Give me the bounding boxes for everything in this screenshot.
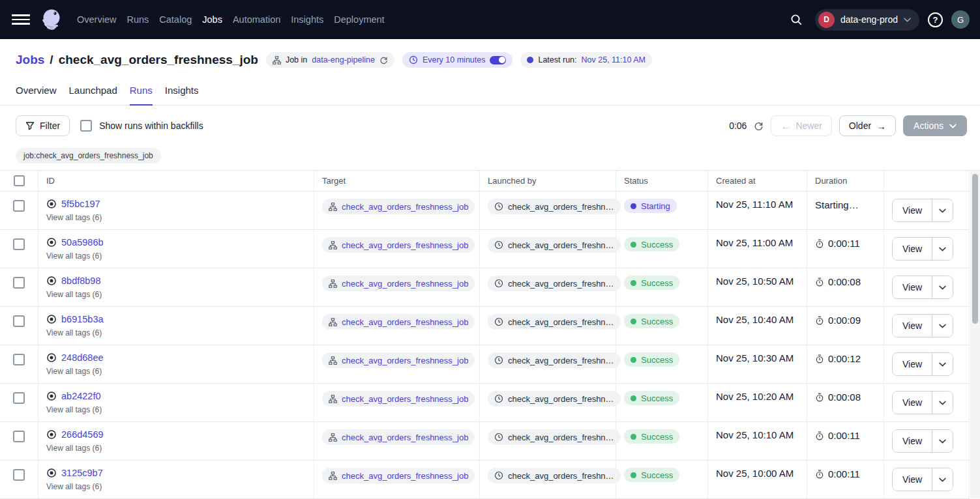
- actions-button[interactable]: Actions: [903, 115, 967, 136]
- view-all-tags-link[interactable]: View all tags (6): [46, 290, 102, 299]
- view-run-button[interactable]: View: [893, 392, 932, 414]
- view-run-button[interactable]: View: [893, 199, 932, 221]
- user-avatar[interactable]: G: [951, 10, 970, 29]
- schedule-toggle[interactable]: [490, 56, 506, 64]
- nav-catalog[interactable]: Catalog: [159, 10, 192, 29]
- pipeline-link[interactable]: data-eng-pipeline: [312, 55, 375, 64]
- nav-runs[interactable]: Runs: [126, 10, 149, 29]
- row-checkbox[interactable]: [13, 469, 25, 481]
- view-button-group: View: [892, 391, 953, 414]
- workspace-switcher[interactable]: D data-eng-prod: [815, 9, 919, 31]
- target-link[interactable]: check_avg_orders_freshness_job: [342, 240, 468, 250]
- launched-by-pill[interactable]: check_avg_orders_freshn…: [488, 276, 621, 291]
- target-pill[interactable]: check_avg_orders_freshness_job: [322, 468, 475, 483]
- breadcrumb-separator: /: [50, 53, 53, 67]
- tab-launchpad[interactable]: Launchpad: [69, 85, 117, 105]
- view-all-tags-link[interactable]: View all tags (6): [46, 405, 102, 414]
- launched-by-pill[interactable]: check_avg_orders_freshn…: [488, 391, 621, 406]
- view-dropdown-button[interactable]: [932, 468, 953, 491]
- view-dropdown-button[interactable]: [932, 276, 953, 298]
- refresh-icon[interactable]: [754, 121, 764, 131]
- row-checkbox[interactable]: [13, 238, 25, 250]
- tab-overview[interactable]: Overview: [16, 85, 57, 105]
- show-backfills-checkbox[interactable]: [80, 120, 92, 132]
- launched-by-pill[interactable]: check_avg_orders_freshn…: [488, 199, 621, 214]
- launched-by-pill[interactable]: check_avg_orders_freshn…: [488, 429, 621, 445]
- launched-by-pill[interactable]: check_avg_orders_freshn…: [488, 237, 621, 253]
- reload-location-icon[interactable]: [379, 56, 388, 64]
- dagster-logo-icon[interactable]: [38, 7, 64, 33]
- launched-by-pill[interactable]: check_avg_orders_freshn…: [488, 352, 621, 368]
- view-dropdown-button[interactable]: [932, 353, 953, 375]
- target-pill[interactable]: check_avg_orders_freshness_job: [322, 314, 475, 330]
- view-all-tags-link[interactable]: View all tags (6): [46, 444, 102, 453]
- nav-insights[interactable]: Insights: [291, 10, 323, 29]
- target-link[interactable]: check_avg_orders_freshness_job: [342, 356, 468, 365]
- view-all-tags-link[interactable]: View all tags (6): [46, 213, 102, 222]
- row-checkbox[interactable]: [13, 392, 25, 404]
- view-all-tags-link[interactable]: View all tags (6): [46, 328, 102, 337]
- menu-icon[interactable]: [12, 12, 30, 27]
- latest-run-link[interactable]: Nov 25, 11:10 AM: [582, 55, 646, 64]
- run-id-link[interactable]: b6915b3a: [61, 314, 104, 324]
- vertical-scrollbar[interactable]: [970, 171, 980, 498]
- created-at-text: Nov 25, 11:10 AM: [716, 199, 793, 210]
- target-link[interactable]: check_avg_orders_freshness_job: [342, 433, 468, 442]
- view-dropdown-button[interactable]: [932, 392, 953, 414]
- tab-runs[interactable]: Runs: [130, 85, 153, 106]
- search-icon[interactable]: [786, 9, 807, 30]
- older-button[interactable]: Older →: [839, 115, 896, 136]
- run-id-link[interactable]: 248d68ee: [61, 352, 104, 363]
- filter-button[interactable]: Filter: [16, 115, 70, 136]
- tab-insights[interactable]: Insights: [165, 85, 199, 105]
- scrollbar-thumb[interactable]: [972, 174, 978, 324]
- view-dropdown-button[interactable]: [932, 199, 953, 221]
- select-all-checkbox[interactable]: [14, 175, 25, 186]
- newer-button[interactable]: ← Newer: [771, 115, 831, 136]
- run-id-link[interactable]: 5f5bc197: [61, 199, 100, 209]
- view-run-button[interactable]: View: [893, 353, 932, 375]
- launched-by-pill[interactable]: check_avg_orders_freshn…: [488, 468, 621, 483]
- row-checkbox[interactable]: [13, 431, 25, 442]
- nav-deployment[interactable]: Deployment: [334, 10, 384, 29]
- target-pill[interactable]: check_avg_orders_freshness_job: [322, 199, 475, 214]
- view-dropdown-button[interactable]: [932, 430, 953, 452]
- view-run-button[interactable]: View: [893, 238, 932, 260]
- nav-jobs[interactable]: Jobs: [202, 10, 222, 29]
- row-checkbox[interactable]: [13, 354, 25, 365]
- target-link[interactable]: check_avg_orders_freshness_job: [342, 394, 468, 404]
- nav-automation[interactable]: Automation: [233, 10, 280, 29]
- nav-overview[interactable]: Overview: [77, 10, 116, 29]
- target-link[interactable]: check_avg_orders_freshness_job: [342, 317, 468, 327]
- chevron-down-icon: [949, 124, 957, 128]
- launched-by-pill[interactable]: check_avg_orders_freshn…: [488, 314, 621, 330]
- run-id-link[interactable]: 50a5986b: [61, 237, 104, 248]
- view-all-tags-link[interactable]: View all tags (6): [46, 251, 102, 261]
- run-id-link[interactable]: ab2422f0: [61, 391, 100, 401]
- breadcrumb-jobs-link[interactable]: Jobs: [16, 53, 44, 67]
- target-pill[interactable]: check_avg_orders_freshness_job: [322, 276, 475, 291]
- view-all-tags-link[interactable]: View all tags (6): [46, 482, 102, 491]
- target-pill[interactable]: check_avg_orders_freshness_job: [322, 237, 475, 253]
- run-id-link[interactable]: 8bdf8b98: [61, 276, 100, 286]
- run-id-link[interactable]: 3125c9b7: [61, 468, 103, 478]
- view-run-button[interactable]: View: [893, 276, 932, 298]
- row-checkbox[interactable]: [13, 277, 25, 289]
- row-checkbox[interactable]: [13, 200, 25, 212]
- row-checkbox[interactable]: [13, 315, 25, 327]
- target-pill[interactable]: check_avg_orders_freshness_job: [322, 352, 475, 368]
- view-run-button[interactable]: View: [893, 315, 932, 337]
- job-filter-tag[interactable]: job:check_avg_orders_freshness_job: [16, 148, 161, 164]
- target-pill[interactable]: check_avg_orders_freshness_job: [322, 391, 475, 406]
- view-dropdown-button[interactable]: [932, 315, 953, 337]
- target-link[interactable]: check_avg_orders_freshness_job: [342, 471, 468, 481]
- target-link[interactable]: check_avg_orders_freshness_job: [342, 202, 468, 212]
- view-run-button[interactable]: View: [893, 468, 932, 491]
- view-dropdown-button[interactable]: [932, 238, 953, 260]
- target-link[interactable]: check_avg_orders_freshness_job: [342, 279, 468, 289]
- help-icon[interactable]: ?: [928, 12, 943, 27]
- view-run-button[interactable]: View: [893, 430, 932, 452]
- view-all-tags-link[interactable]: View all tags (6): [46, 367, 102, 376]
- target-pill[interactable]: check_avg_orders_freshness_job: [322, 429, 475, 445]
- run-id-link[interactable]: 266d4569: [61, 429, 104, 440]
